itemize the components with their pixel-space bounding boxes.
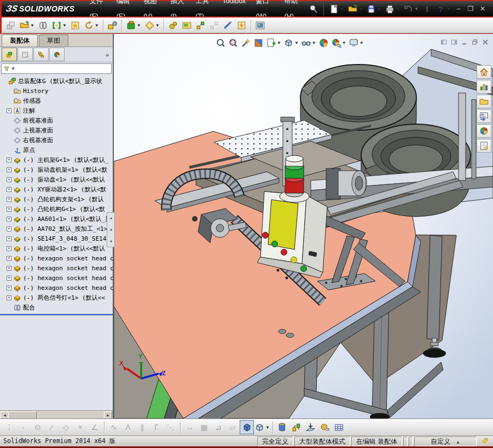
expand-icon[interactable]: + xyxy=(7,246,11,251)
tree-item[interactable]: 上视基准面 xyxy=(0,125,113,135)
magnified-selection-button[interactable] xyxy=(240,37,252,49)
tree-item[interactable]: +A注解 xyxy=(0,106,113,115)
polygon-tool[interactable]: ◇ xyxy=(59,420,73,434)
print-button[interactable]: ▼ xyxy=(383,2,402,16)
circle-tool[interactable]: ⊙ xyxy=(31,420,45,434)
tree-item[interactable]: +(-) 振动盘<1> (默认<<默认 xyxy=(0,174,113,184)
rebuild-button[interactable]: ! xyxy=(420,2,434,16)
trim-tool[interactable]: × xyxy=(73,420,88,434)
angle-snap-tool[interactable]: ⊿ xyxy=(211,420,225,434)
edit-appearance-button[interactable] xyxy=(317,37,330,49)
expand-icon[interactable]: + xyxy=(7,187,11,192)
expand-icon[interactable]: + xyxy=(7,286,11,290)
design-library-tab[interactable] xyxy=(477,80,491,94)
tree-item[interactable]: +(-) 凸轮机构G<1> (默认<默 xyxy=(0,204,113,214)
doc-close-button[interactable] xyxy=(480,38,490,46)
exploded-view-button[interactable] xyxy=(194,18,207,32)
doc-tile-right-button[interactable] xyxy=(449,38,459,46)
scrollbar-thumb[interactable] xyxy=(8,411,37,419)
point-tool[interactable]: · xyxy=(16,420,31,434)
tree-item[interactable]: +(-) 振动盘机架<1> (默认<默 xyxy=(0,165,113,174)
move-component-button[interactable] xyxy=(106,18,119,32)
expand-icon[interactable]: + xyxy=(7,108,11,113)
mass-properties-button[interactable] xyxy=(332,420,346,434)
tag-icon[interactable] xyxy=(478,437,492,446)
tree-item[interactable]: +(-) 两色信号灯<1> (默认<< xyxy=(0,293,113,302)
scroll-right-icon[interactable]: ▶ xyxy=(104,411,112,419)
featuremanager-tab[interactable] xyxy=(2,48,17,61)
configurationmanager-tab[interactable] xyxy=(33,48,49,61)
chamfer-tool[interactable]: ∠ xyxy=(88,420,102,434)
tree-filter-input[interactable]: ▼ xyxy=(1,63,112,74)
expand-icon[interactable]: + xyxy=(7,236,11,241)
doc-restore-button[interactable] xyxy=(470,38,479,46)
view-orientation-button[interactable]: ▼ xyxy=(265,37,282,49)
mate-button[interactable]: ▼ xyxy=(50,18,68,32)
expand-icon[interactable]: + xyxy=(7,266,11,271)
tree-item[interactable]: 配合 xyxy=(0,302,113,312)
expand-icon[interactable]: + xyxy=(7,217,11,222)
displaymanager-tab[interactable] xyxy=(49,48,65,61)
wireframe-display-button[interactable]: ▱ xyxy=(225,420,240,434)
doc-minimize-button[interactable] xyxy=(460,38,469,46)
minimize-button[interactable]: – xyxy=(453,2,465,15)
expand-icon[interactable]: + xyxy=(7,226,11,231)
tree-item[interactable]: +(-) AA601<1> (默认<默认_显 xyxy=(0,214,113,224)
doc-tile-left-button[interactable] xyxy=(439,38,448,46)
spline-tool[interactable]: ∿ xyxy=(107,420,121,434)
construction-points-tool[interactable]: ⋱ xyxy=(164,420,178,434)
tree-item[interactable]: +(-) hexagon socket head c xyxy=(0,273,113,283)
reference-geometry-button[interactable]: ▼ xyxy=(143,18,161,32)
red-button[interactable] xyxy=(281,249,287,255)
grid-snap-tool[interactable]: ▦ xyxy=(197,420,211,434)
smart-dimension-tool[interactable]: ↔ xyxy=(183,420,197,434)
scroll-left-icon[interactable]: ◀ xyxy=(1,411,9,419)
yellow-button[interactable] xyxy=(291,257,297,263)
save-button[interactable]: ▼ xyxy=(364,2,383,16)
expand-icon[interactable]: + xyxy=(7,158,11,162)
graphics-viewport[interactable]: X Y Z ▼▼▼▼▼ xyxy=(114,34,493,418)
expand-icon[interactable]: + xyxy=(7,167,11,172)
rotate-component-button[interactable]: ▼ xyxy=(82,18,101,32)
view-settings-button[interactable]: ▼ xyxy=(347,37,365,49)
shaded-display-button[interactable] xyxy=(240,420,254,434)
insert-plane-button[interactable] xyxy=(304,420,318,434)
insert-from-file-button[interactable]: ▼ xyxy=(18,18,36,32)
explode-line-sketch-button[interactable] xyxy=(207,18,221,32)
tree-item[interactable]: 总装配体G (默认<默认_显示状 xyxy=(0,76,113,86)
tree-item[interactable]: +(-) 主机架G<1> (默认<默认_ xyxy=(0,155,113,165)
tree-item[interactable]: +(-) hexagon socket head c xyxy=(0,283,113,293)
help-button[interactable]: ?▼ xyxy=(434,2,453,16)
tree-item[interactable]: 右视基准面 xyxy=(0,135,113,145)
section-view-button[interactable] xyxy=(252,37,265,49)
close-button[interactable]: ✕ xyxy=(477,2,489,15)
solidworks-resources-tab[interactable] xyxy=(477,65,491,79)
tree-item[interactable]: 原点 xyxy=(0,145,113,155)
red-button[interactable] xyxy=(263,232,269,238)
custom-properties-tab[interactable] xyxy=(477,139,491,153)
new-document-button[interactable]: ▼ xyxy=(327,2,346,16)
rollback-bar[interactable] xyxy=(0,314,113,315)
hide-show-items-button[interactable]: ▼ xyxy=(300,37,317,49)
zoom-to-fit-button[interactable] xyxy=(214,37,227,49)
apply-scene-button[interactable]: ▼ xyxy=(330,37,347,49)
tree-item[interactable]: +(-) SE14F_3_048_30_SE14F- xyxy=(0,234,113,243)
tree-item[interactable]: +(-) hexagon socket head c xyxy=(0,263,113,273)
panel-flyout-handle[interactable]: ◂◂◂ xyxy=(107,212,115,247)
status-custom-dropdown[interactable]: 自定义▲ xyxy=(414,437,477,446)
command-tab-sketch[interactable]: 草图 xyxy=(39,34,68,46)
corner-rectangle-tool[interactable]: Γ xyxy=(149,420,164,434)
panel-expand-chevron[interactable]: » xyxy=(106,51,111,58)
expand-icon[interactable]: + xyxy=(7,197,11,202)
display-style-button[interactable]: ▼ xyxy=(282,37,300,49)
smart-explode-button[interactable] xyxy=(289,420,304,434)
expand-icon[interactable]: + xyxy=(7,256,11,261)
assembly-visualization-button[interactable] xyxy=(180,18,194,32)
motion-study-button[interactable] xyxy=(166,18,180,32)
cylinder-motor[interactable] xyxy=(326,168,367,199)
appearances-scenes-tab[interactable] xyxy=(477,124,491,138)
linear-component-pattern-button[interactable] xyxy=(68,18,82,32)
tree-item[interactable]: 前视基准面 xyxy=(0,115,113,125)
zoom-to-area-button[interactable] xyxy=(227,37,240,49)
expand-icon[interactable]: + xyxy=(7,276,11,281)
